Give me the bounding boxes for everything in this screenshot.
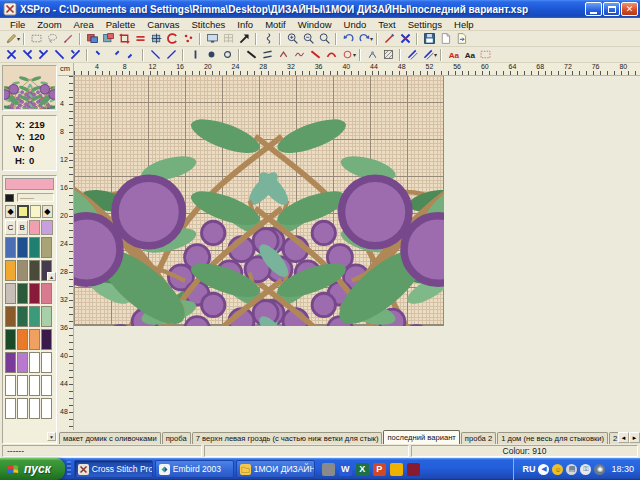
c-button[interactable]: C <box>5 220 16 235</box>
cut-button[interactable] <box>397 32 413 46</box>
backstitch-left[interactable] <box>147 48 163 62</box>
export-button[interactable] <box>453 32 469 46</box>
motif-pick-button[interactable] <box>148 32 164 46</box>
special-stitch-line[interactable] <box>243 48 259 62</box>
new-page-button[interactable] <box>437 32 453 46</box>
french-knot-open[interactable] <box>219 48 235 62</box>
zoom-reset-button[interactable] <box>316 32 332 46</box>
palette-swatch[interactable] <box>5 329 16 350</box>
special-stitch-red[interactable] <box>307 48 323 62</box>
palette-swatch[interactable] <box>29 220 41 235</box>
zoom-out-button[interactable] <box>300 32 316 46</box>
palette-swatch[interactable] <box>17 237 28 258</box>
rotate-button[interactable] <box>164 32 180 46</box>
view-mode-button[interactable] <box>204 32 220 46</box>
powerpoint-icon[interactable]: P <box>373 463 386 476</box>
special-stitch-caret[interactable] <box>275 48 291 62</box>
three-quarter-stitch-b[interactable] <box>35 48 51 62</box>
palette-swatch[interactable] <box>29 375 40 396</box>
palette-swatch[interactable] <box>29 352 40 373</box>
thread-note-field[interactable]: ------- <box>17 193 54 202</box>
pointer-button[interactable] <box>236 32 252 46</box>
task-button-cross-stitch[interactable]: Cross Stitch Pro... <box>74 460 153 478</box>
palette-swatch[interactable] <box>17 306 28 327</box>
menu-item-area[interactable]: Area <box>68 19 100 30</box>
backstitch-right[interactable] <box>163 48 179 62</box>
pattern-tab[interactable]: последний вариант <box>383 430 459 444</box>
pattern-tab[interactable]: проба 2 <box>461 432 496 444</box>
display-icon[interactable]: ▤ <box>566 464 577 475</box>
scroll-down-arrow[interactable]: ▼ <box>47 432 56 441</box>
palette-swatch[interactable] <box>17 283 28 304</box>
excel-icon[interactable]: X <box>356 463 369 476</box>
pattern-tab[interactable]: 1 дом (не весь для стыковки) <box>497 432 608 444</box>
edit-pen-tool[interactable] <box>60 32 76 46</box>
tab-scroll-right-arrow[interactable]: ► <box>629 432 640 443</box>
palette-special-swatch[interactable]: ◆ <box>5 205 16 218</box>
design-canvas[interactable] <box>74 76 640 430</box>
motif-crop-button[interactable] <box>116 32 132 46</box>
palette-swatch[interactable] <box>5 260 16 281</box>
palette-swatch[interactable] <box>17 398 28 419</box>
quarter-stitch-c[interactable] <box>123 48 139 62</box>
palette-swatch[interactable] <box>17 352 28 373</box>
undo-button[interactable] <box>340 32 356 46</box>
palette-swatch[interactable] <box>29 398 40 419</box>
word-icon[interactable]: W <box>339 463 352 476</box>
pattern-tab[interactable]: 7 верхн левая гроздь (с частью ниж ветки… <box>192 432 383 444</box>
half-stitch-b[interactable] <box>67 48 83 62</box>
b-button[interactable]: B <box>17 220 28 235</box>
motif-copy-button[interactable] <box>100 32 116 46</box>
menu-item-window[interactable]: Window <box>292 19 338 30</box>
rect-select-tool[interactable] <box>28 32 44 46</box>
task-button-embird[interactable]: Embird 2003 <box>155 460 234 478</box>
palette-swatch[interactable] <box>29 306 40 327</box>
palette-swatch[interactable] <box>5 237 16 258</box>
menu-item-stitches[interactable]: Stitches <box>185 19 231 30</box>
messenger-icon[interactable]: ☺ <box>552 464 563 475</box>
dropdown-arrow-icon[interactable]: ▾ <box>370 35 373 42</box>
palette-swatch[interactable] <box>17 375 28 396</box>
menu-item-settings[interactable]: Settings <box>402 19 448 30</box>
picasa-icon[interactable] <box>390 463 403 476</box>
text-black-tool[interactable] <box>461 48 477 62</box>
dropdown-arrow-icon[interactable]: ▾ <box>434 51 437 58</box>
knot-bar-stitch[interactable] <box>187 48 203 62</box>
start-button[interactable]: пуск <box>0 458 65 480</box>
palette-swatch[interactable] <box>5 352 16 373</box>
volume-icon[interactable]: ◉ <box>594 464 605 475</box>
palette-swatch[interactable] <box>41 220 53 235</box>
menu-item-palette[interactable]: Palette <box>100 19 142 30</box>
french-knot-filled[interactable] <box>203 48 219 62</box>
menu-item-info[interactable]: Info <box>231 19 259 30</box>
fade-grid-button[interactable] <box>220 32 236 46</box>
palette-swatch[interactable] <box>5 375 16 396</box>
minimize-button[interactable] <box>585 2 602 16</box>
pattern-preview[interactable] <box>2 65 57 111</box>
text-red-tool[interactable] <box>445 48 461 62</box>
black-color-chip[interactable] <box>5 194 14 202</box>
palette-scrollbar[interactable]: ▲ ▼ <box>47 272 56 441</box>
pattern-tab[interactable]: макет домик с оливочками <box>59 432 161 444</box>
task-button-folder[interactable]: 1МОИ ДИЗАЙНЫ <box>236 460 315 478</box>
menu-item-undo[interactable]: Undo <box>338 19 373 30</box>
motif-paste-button[interactable] <box>84 32 100 46</box>
bead-tool[interactable] <box>364 48 380 62</box>
palette-swatch[interactable] <box>41 237 52 258</box>
menu-item-canvas[interactable]: Canvas <box>141 19 185 30</box>
pattern-tab[interactable]: проба <box>162 432 191 444</box>
palette-special-swatch[interactable] <box>17 205 28 218</box>
palette-swatch[interactable] <box>29 283 40 304</box>
dropdown-arrow-icon[interactable]: ▾ <box>17 35 20 42</box>
exchange-button[interactable] <box>132 32 148 46</box>
color-pen-button[interactable] <box>381 32 397 46</box>
media-icon[interactable] <box>407 463 420 476</box>
half-stitch-a[interactable] <box>51 48 67 62</box>
menu-item-zoom[interactable]: Zoom <box>31 19 67 30</box>
menu-item-file[interactable]: File <box>4 19 31 30</box>
hide-icons-chevron[interactable]: ◀ <box>538 464 549 475</box>
maximize-button[interactable] <box>603 2 620 16</box>
palette-swatch[interactable] <box>29 237 40 258</box>
palette-swatch[interactable] <box>5 283 16 304</box>
scatter-button[interactable] <box>180 32 196 46</box>
